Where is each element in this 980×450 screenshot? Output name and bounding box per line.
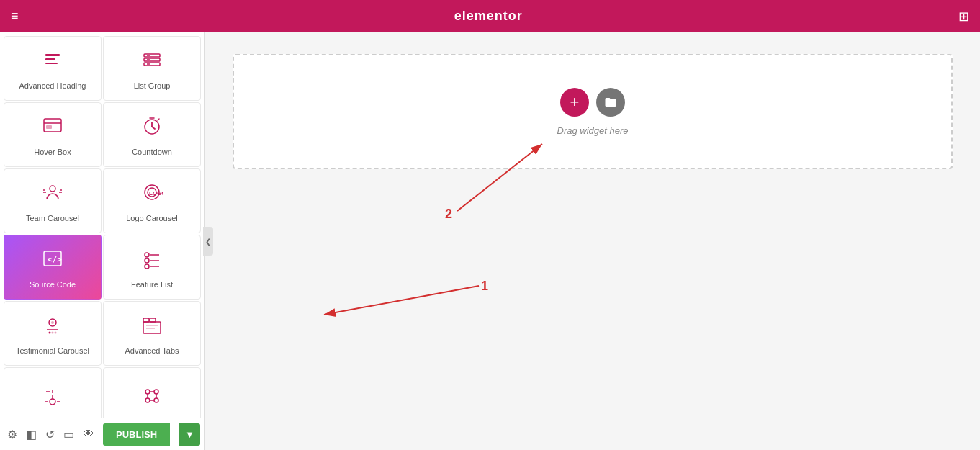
- sidebar: Advanced Heading List Group: [0, 32, 205, 450]
- svg-text:LOGO: LOGO: [149, 190, 163, 197]
- list-group-icon: [140, 48, 163, 75]
- drop-zone[interactable]: + Drag widget here: [233, 54, 953, 169]
- widget-testimonial-carousel[interactable]: Testimonial Carousel: [4, 301, 102, 366]
- svg-rect-4: [144, 58, 160, 61]
- widget-advanced-heading-label: Advanced Heading: [19, 81, 86, 91]
- drag-widget-text: Drag widget here: [557, 125, 629, 136]
- publish-button[interactable]: PUBLISH: [103, 423, 170, 446]
- annotation-1: 1: [481, 279, 488, 293]
- svg-rect-2: [45, 63, 58, 64]
- hamburger-icon[interactable]: ≡: [11, 9, 19, 24]
- svg-rect-5: [144, 63, 160, 66]
- widget-team-carousel[interactable]: Team Carousel: [4, 168, 102, 233]
- add-widget-button[interactable]: +: [560, 88, 589, 117]
- svg-point-44: [50, 399, 55, 405]
- widget-generic1[interactable]: [4, 367, 102, 418]
- sidebar-collapse-handle[interactable]: ❮: [203, 227, 213, 256]
- svg-point-27: [145, 253, 149, 257]
- svg-rect-0: [45, 54, 60, 56]
- svg-rect-1: [45, 58, 55, 60]
- elementor-logo: elementor: [454, 9, 523, 24]
- svg-point-31: [145, 264, 149, 269]
- svg-line-16: [158, 119, 159, 120]
- team-carousel-icon: [41, 181, 64, 207]
- add-template-button[interactable]: [596, 88, 625, 117]
- svg-rect-40: [143, 318, 149, 322]
- svg-line-59: [324, 286, 479, 315]
- svg-point-53: [154, 398, 158, 402]
- preview-icon[interactable]: 👁: [83, 428, 94, 441]
- layers-icon[interactable]: ◧: [26, 428, 37, 441]
- widget-hover-box[interactable]: Hover Box: [4, 102, 102, 167]
- testimonial-carousel-icon: [41, 313, 64, 340]
- widget-team-carousel-label: Team Carousel: [26, 213, 79, 223]
- source-code-icon: </>: [41, 247, 64, 274]
- widget-generic2[interactable]: [103, 367, 201, 418]
- logo-carousel-icon: LOGO: [140, 181, 163, 207]
- svg-rect-41: [150, 318, 156, 322]
- svg-rect-11: [46, 125, 52, 129]
- bottom-bar: ⚙ ◧ ↺ ▭ 👁 PUBLISH ▼: [0, 418, 204, 450]
- widget-list-group-label: List Group: [134, 81, 171, 91]
- main-layout: Advanced Heading List Group: [0, 32, 980, 450]
- responsive-icon[interactable]: ▭: [63, 428, 74, 441]
- widget-hover-box-label: Hover Box: [34, 147, 71, 157]
- advanced-tabs-icon: [140, 313, 163, 340]
- svg-point-50: [145, 390, 150, 394]
- widget-logo-carousel[interactable]: LOGO Logo Carousel: [103, 168, 201, 233]
- grid-icon[interactable]: ⊞: [958, 9, 969, 24]
- history-icon[interactable]: ↺: [45, 428, 55, 441]
- widget-countdown[interactable]: Countdown: [103, 102, 201, 167]
- widget-testimonial-carousel-label: Testimonial Carousel: [16, 346, 89, 356]
- svg-rect-3: [144, 54, 160, 57]
- widget-feature-list-label: Feature List: [131, 279, 173, 289]
- svg-point-52: [145, 398, 150, 402]
- svg-point-34: [51, 321, 54, 324]
- svg-rect-39: [143, 322, 161, 333]
- advanced-heading-icon: [41, 48, 64, 75]
- drop-zone-buttons: +: [560, 88, 625, 117]
- widget-source-code[interactable]: </> Source Code: [4, 235, 102, 300]
- countdown-icon: [140, 114, 163, 141]
- canvas-area: + Drag widget here 1: [205, 32, 980, 450]
- widget-countdown-label: Countdown: [132, 147, 172, 157]
- svg-point-38: [55, 331, 57, 333]
- publish-arrow-button[interactable]: ▼: [179, 423, 200, 446]
- hover-box-icon: [41, 114, 64, 141]
- svg-point-29: [145, 258, 149, 263]
- widget-logo-carousel-label: Logo Carousel: [126, 213, 178, 223]
- top-bar: ≡ elementor ⊞: [0, 0, 980, 32]
- svg-point-17: [50, 186, 55, 192]
- svg-line-14: [152, 127, 155, 129]
- widget-list-group[interactable]: List Group: [103, 36, 201, 101]
- widget-source-code-label: Source Code: [30, 279, 76, 289]
- generic1-icon: [41, 384, 64, 411]
- svg-rect-9: [44, 119, 61, 132]
- widget-advanced-heading[interactable]: Advanced Heading: [4, 36, 102, 101]
- widget-feature-list[interactable]: Feature List: [103, 235, 201, 300]
- svg-point-37: [52, 331, 54, 333]
- svg-text:</>: </>: [48, 255, 62, 264]
- settings-icon[interactable]: ⚙: [7, 428, 17, 441]
- generic2-icon: [140, 384, 163, 411]
- annotation-2: 2: [445, 207, 452, 221]
- widget-advanced-tabs[interactable]: Advanced Tabs: [103, 301, 201, 366]
- feature-list-icon: [140, 247, 163, 274]
- svg-point-36: [49, 331, 51, 333]
- widgets-grid: Advanced Heading List Group: [0, 32, 204, 418]
- widget-advanced-tabs-label: Advanced Tabs: [125, 346, 179, 356]
- svg-point-51: [154, 390, 158, 394]
